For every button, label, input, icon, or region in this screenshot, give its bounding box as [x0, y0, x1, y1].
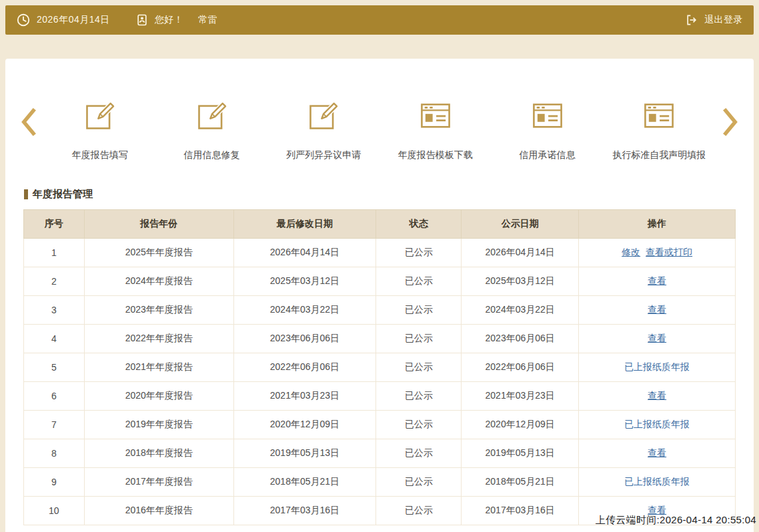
action-link[interactable]: 查看 [648, 333, 666, 343]
clock-icon [16, 13, 31, 27]
shortcut-label: 信用信息修复 [184, 149, 240, 161]
table-row: 92017年年度报告2018年05月21日已公示2018年05月21日已上报纸质… [24, 468, 736, 497]
current-date: 2026年04月14日 [37, 14, 110, 26]
table-row: 32023年年度报告2024年03月22日已公示2024年03月22日查看 [24, 296, 736, 325]
action-link[interactable]: 查看 [648, 304, 666, 315]
table-row: 22024年年度报告2025年03月12日已公示2025年03月12日查看 [24, 267, 736, 296]
actions-cell: 已上报纸质年报 [579, 353, 736, 382]
modified-date: 2019年05月13日 [233, 439, 375, 468]
chevron-left-icon [18, 105, 39, 141]
action-link[interactable]: 查看或打印 [646, 247, 692, 257]
publish-date: 2022年06月06日 [462, 353, 579, 382]
publish-date: 2026年04月14日 [462, 239, 579, 267]
row-number: 9 [24, 468, 85, 497]
greeting-text: 您好！ [155, 14, 184, 26]
report-year: 2022年年度报告 [84, 325, 233, 353]
main-card: 年度报告填写信用信息修复列严列异异议申请年度报告模板下载信用承诺信息执行标准自我… [5, 59, 754, 532]
action-link[interactable]: 查看 [648, 390, 666, 401]
row-number: 6 [24, 382, 85, 411]
row-number: 1 [24, 239, 85, 267]
column-header: 最后修改日期 [233, 210, 375, 239]
row-number: 3 [24, 296, 85, 325]
logout-label: 退出登录 [704, 14, 743, 26]
status: 已公示 [376, 411, 462, 439]
logout-button[interactable]: 退出登录 [685, 13, 743, 27]
action-text: 已上报纸质年报 [624, 419, 690, 429]
status: 已公示 [376, 468, 462, 497]
action-text: 已上报纸质年报 [624, 361, 690, 372]
shortcut-item-3[interactable]: 列严列异异议申请 [267, 97, 380, 161]
form-icon [530, 97, 565, 133]
edit-icon [195, 97, 229, 133]
publish-date: 2025年03月12日 [462, 267, 579, 296]
table-row: 52021年年度报告2022年06月06日已公示2022年06月06日已上报纸质… [24, 353, 736, 382]
modified-date: 2023年06月06日 [233, 325, 375, 353]
actions-cell: 已上报纸质年报 [579, 411, 736, 439]
carousel-items: 年度报告填写信用信息修复列严列异异议申请年度报告模板下载信用承诺信息执行标准自我… [44, 97, 715, 161]
row-number: 5 [24, 353, 85, 382]
chevron-right-icon [720, 105, 741, 141]
publish-date: 2017年03月16日 [462, 497, 579, 525]
edit-icon [306, 97, 341, 133]
shortcut-item-4[interactable]: 年度报告模板下载 [380, 97, 492, 161]
topbar: 2026年04月14日 您好！ 常雷 退出登录 [5, 5, 754, 35]
shortcut-label: 年度报告模板下载 [398, 149, 473, 161]
report-year: 2016年年度报告 [84, 497, 233, 525]
status: 已公示 [376, 439, 462, 468]
publish-date: 2018年05月21日 [462, 468, 579, 497]
username: 常雷 [198, 14, 217, 26]
action-link[interactable]: 查看 [648, 275, 666, 286]
column-header: 状态 [376, 210, 462, 239]
status: 已公示 [376, 296, 462, 325]
modified-date: 2025年03月12日 [233, 267, 375, 296]
modified-date: 2021年03月23日 [233, 382, 375, 411]
logout-icon [685, 13, 698, 27]
carousel-next-button[interactable] [715, 105, 746, 141]
publish-date: 2023年06月06日 [462, 325, 579, 353]
column-header: 操作 [579, 210, 736, 239]
actions-cell: 查看 [579, 325, 736, 353]
modified-date: 2017年03月16日 [233, 497, 375, 525]
actions-cell: 查看 [579, 296, 736, 325]
shortcut-label: 列严列异异议申请 [286, 149, 361, 161]
form-icon [418, 97, 453, 133]
modified-date: 2024年03月22日 [233, 296, 375, 325]
section-title-label: 年度报告管理 [33, 188, 93, 201]
modified-date: 2022年06月06日 [233, 353, 375, 382]
shortcut-label: 执行标准自我声明填报 [612, 149, 706, 161]
shortcut-carousel: 年度报告填写信用信息修复列严列异异议申请年度报告模板下载信用承诺信息执行标准自我… [5, 59, 754, 161]
shortcut-item-1[interactable]: 年度报告填写 [44, 97, 156, 161]
shortcut-item-2[interactable]: 信用信息修复 [156, 97, 268, 161]
action-link[interactable]: 修改 [622, 247, 640, 257]
actions-cell: 修改查看或打印 [579, 239, 736, 267]
form-icon [642, 97, 676, 133]
status: 已公示 [376, 353, 462, 382]
report-year: 2025年年度报告 [84, 239, 233, 267]
carousel-prev-button[interactable] [13, 105, 44, 141]
upload-time-text: 上传云端时间:2026-04-14 20:55:04 [596, 514, 756, 527]
status: 已公示 [376, 382, 462, 411]
action-text: 已上报纸质年报 [624, 476, 690, 487]
actions-cell: 查看 [579, 382, 736, 411]
status: 已公示 [376, 239, 462, 267]
row-number: 10 [24, 497, 85, 525]
user-badge-icon [135, 13, 149, 27]
publish-date: 2024年03月22日 [462, 296, 579, 325]
report-year: 2018年年度报告 [84, 439, 233, 468]
table-row: 62020年年度报告2021年03月23日已公示2021年03月23日查看 [24, 382, 736, 411]
status: 已公示 [376, 267, 462, 296]
shortcut-item-6[interactable]: 执行标准自我声明填报 [603, 97, 715, 161]
edit-icon [83, 97, 117, 133]
modified-date: 2020年12月09日 [233, 411, 375, 439]
report-year: 2024年年度报告 [84, 267, 233, 296]
table-row: 12025年年度报告2026年04月14日已公示2026年04月14日修改查看或… [24, 239, 736, 267]
status: 已公示 [376, 497, 462, 525]
row-number: 7 [24, 411, 85, 439]
shortcut-item-5[interactable]: 信用承诺信息 [492, 97, 604, 161]
action-link[interactable]: 查看 [648, 447, 666, 458]
shortcut-label: 信用承诺信息 [520, 149, 576, 161]
report-year: 2020年年度报告 [84, 382, 233, 411]
modified-date: 2018年05月21日 [233, 468, 375, 497]
actions-cell: 查看 [579, 267, 736, 296]
publish-date: 2020年12月09日 [462, 411, 579, 439]
